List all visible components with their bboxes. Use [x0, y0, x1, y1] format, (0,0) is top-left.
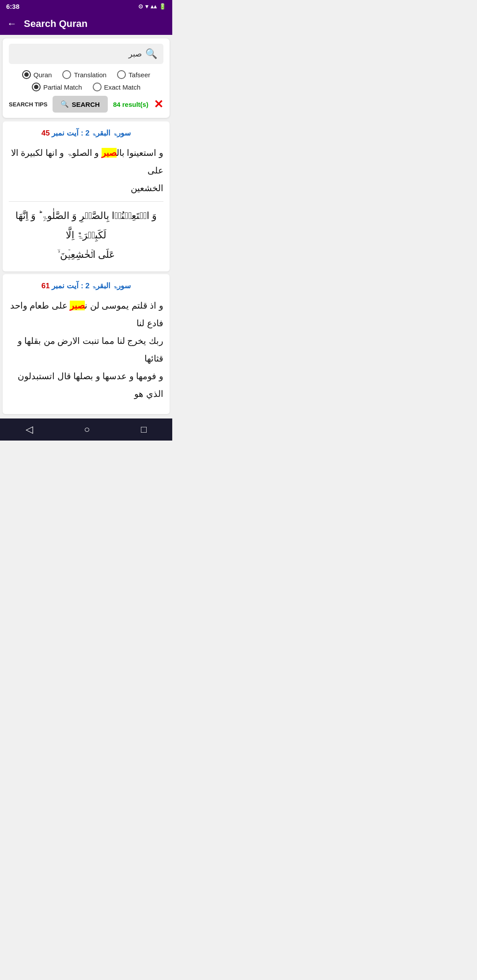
- verse-card-2: سورۃ البقرۃ 2 : آیت نمبر 61 و اذ قلتم يم…: [3, 274, 170, 414]
- page-title: Search Quran: [24, 18, 87, 30]
- radio-tafseer-label: Tafseer: [129, 71, 150, 79]
- status-icons: ⊙ ▾ ▴▴ 🔋: [138, 3, 166, 10]
- wifi-icon: ▾: [145, 3, 148, 10]
- radio-tafseer-circle: [117, 70, 126, 79]
- search-input-row: 🔍: [9, 44, 163, 64]
- radio-partial-label: Partial Match: [43, 83, 82, 91]
- highlight-sabr-1: صبر: [102, 148, 117, 158]
- radio-tafseer[interactable]: Tafseer: [117, 70, 150, 79]
- radio-translation-circle: [62, 70, 71, 79]
- verse-urdu-2: و اذ قلتم يموسى لن نصبر على طعام واحد فا…: [9, 297, 163, 403]
- nav-back-button[interactable]: ◁: [26, 424, 33, 435]
- radio-exact-label: Exact Match: [104, 83, 141, 91]
- battery-icon: 🔋: [159, 3, 166, 10]
- highlight-sabr-2: صبر: [70, 301, 85, 310]
- radio-partial[interactable]: Partial Match: [32, 83, 82, 91]
- radio-quran-circle: [22, 70, 31, 79]
- verse-arabic-1: وَ اسۡتَعِیۡنُوۡا بِالصَّبۡرِ وَ الصَّلٰ…: [9, 206, 163, 264]
- source-radio-group: Quran Translation Tafseer: [9, 70, 163, 79]
- search-tips-button[interactable]: SEARCH TIPS: [9, 101, 47, 108]
- clear-button[interactable]: ✕: [154, 98, 163, 110]
- action-row: SEARCH TIPS 🔍 SEARCH 84 result(s) ✕: [9, 96, 163, 113]
- verse-header-2: سورۃ البقرۃ 2 : آیت نمبر 61: [9, 281, 163, 290]
- status-bar: 6:38 ⊙ ▾ ▴▴ 🔋: [0, 0, 172, 13]
- search-input[interactable]: [15, 49, 142, 59]
- radio-translation[interactable]: Translation: [62, 70, 106, 79]
- verse-header-1: سورۃ البقرۃ 2 : آیت نمبر 45: [9, 128, 163, 138]
- bottom-nav: ◁ ○ □: [0, 418, 172, 441]
- match-radio-group: Partial Match Exact Match: [9, 83, 163, 91]
- radio-exact[interactable]: Exact Match: [93, 83, 141, 91]
- notification-icon: ⊙: [138, 3, 143, 10]
- search-button-icon: 🔍: [61, 100, 69, 108]
- search-icon[interactable]: 🔍: [145, 48, 157, 60]
- result-count: 84 result(s): [113, 101, 148, 108]
- status-time: 6:38: [6, 3, 19, 10]
- search-button-label: SEARCH: [72, 101, 99, 108]
- radio-partial-circle: [32, 83, 41, 91]
- nav-recents-button[interactable]: □: [141, 424, 147, 435]
- back-button[interactable]: ←: [7, 18, 17, 30]
- search-panel: 🔍 Quran Translation Tafseer Partial Matc…: [3, 38, 170, 118]
- verse-card-1: سورۃ البقرۃ 2 : آیت نمبر 45 و استعینوا ب…: [3, 121, 170, 271]
- app-bar: ← Search Quran: [0, 13, 172, 35]
- radio-exact-circle: [93, 83, 102, 91]
- nav-home-button[interactable]: ○: [84, 424, 90, 435]
- radio-translation-label: Translation: [74, 71, 106, 79]
- verse-urdu-1: و استعینوا بالصبر و الصلوۃ و انها لكبيرة…: [9, 144, 163, 197]
- radio-quran[interactable]: Quran: [22, 70, 52, 79]
- divider-1: [9, 201, 163, 202]
- search-button[interactable]: 🔍 SEARCH: [53, 96, 107, 113]
- radio-quran-label: Quran: [34, 71, 52, 79]
- signal-icon: ▴▴: [151, 3, 157, 10]
- clear-icon: ✕: [154, 98, 163, 111]
